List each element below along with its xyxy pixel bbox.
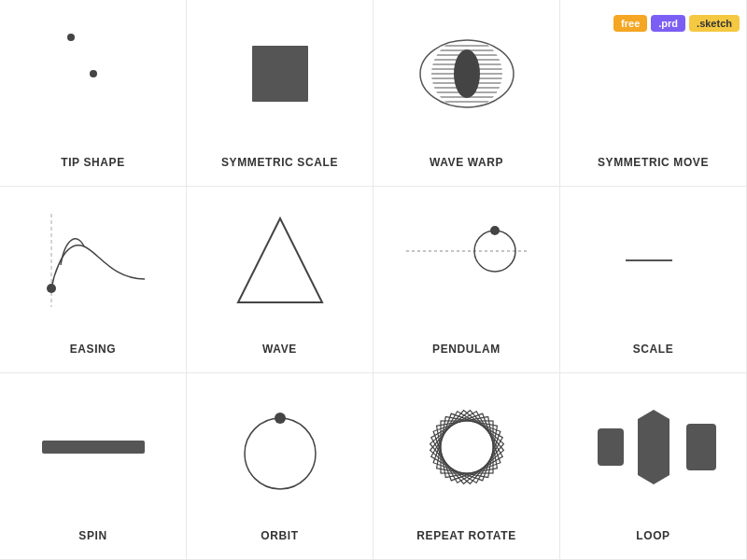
svg-rect-26 — [42, 441, 145, 454]
main-grid: TIP SHAPE SYMMETRIC SCALE — [0, 0, 747, 560]
spin-icon — [37, 433, 149, 461]
cell-easing[interactable]: EASING — [0, 187, 187, 373]
tip-shape-icon — [89, 69, 98, 78]
badge-sketch[interactable]: .sketch — [689, 15, 740, 32]
svg-rect-32 — [430, 411, 501, 482]
spin-label: SPIN — [78, 529, 106, 542]
badge-prd[interactable]: .prd — [651, 15, 685, 32]
svg-rect-38 — [598, 428, 624, 466]
cell-loop[interactable]: LOOP — [560, 373, 747, 560]
symmetric-move-icon — [626, 46, 682, 102]
repeat-rotate-icon-area — [374, 373, 559, 520]
svg-rect-36 — [433, 413, 500, 481]
cell-wave-warp[interactable]: WAVE WARP — [374, 0, 560, 187]
svg-marker-39 — [638, 410, 669, 484]
svg-point-24 — [490, 226, 500, 235]
svg-rect-31 — [433, 413, 500, 481]
symmetric-move-label: SYMMETRIC MOVE — [598, 156, 709, 169]
loop-icon-area — [560, 373, 746, 520]
spin-icon-area — [0, 373, 186, 520]
svg-rect-1 — [252, 46, 308, 102]
cell-orbit[interactable]: ORBIT — [187, 373, 374, 560]
easing-icon — [33, 209, 154, 312]
repeat-rotate-icon — [416, 396, 518, 498]
orbit-icon-area — [187, 373, 373, 520]
pendulam-icon — [402, 214, 532, 307]
symmetric-scale-label: SYMMETRIC SCALE — [221, 156, 338, 169]
tip-shape-label: TIP SHAPE — [61, 156, 125, 169]
easing-icon-area — [0, 187, 186, 333]
loop-icon — [593, 400, 714, 494]
cell-wave[interactable]: WAVE — [187, 187, 374, 373]
svg-rect-30 — [436, 416, 497, 477]
cell-repeat-rotate[interactable]: REPEAT ROTATE — [374, 373, 560, 560]
scale-icon-area — [560, 187, 746, 333]
scale-label: SCALE — [633, 343, 674, 356]
badge-free[interactable]: free — [613, 15, 647, 32]
orbit-icon — [233, 396, 327, 498]
badge-group: free .prd .sketch — [613, 15, 740, 32]
svg-rect-35 — [430, 411, 501, 482]
loop-label: LOOP — [636, 529, 669, 542]
svg-point-18 — [454, 49, 480, 98]
pendulam-label: PENDULAM — [432, 343, 500, 356]
wave-label: WAVE — [262, 343, 297, 356]
cell-tip-shape[interactable]: TIP SHAPE — [0, 0, 187, 187]
svg-point-20 — [47, 284, 56, 293]
pendulam-icon-area — [374, 187, 559, 333]
svg-rect-40 — [686, 424, 716, 470]
svg-point-28 — [275, 413, 286, 424]
wave-icon — [233, 209, 327, 312]
svg-rect-37 — [436, 416, 497, 477]
scale-icon — [626, 251, 682, 270]
easing-label: EASING — [70, 343, 117, 356]
cell-pendulam[interactable]: PENDULAM — [374, 187, 560, 373]
tip-shape-icon-area — [0, 0, 186, 147]
repeat-rotate-label: REPEAT ROTATE — [416, 529, 515, 542]
wave-warp-label: WAVE WARP — [430, 156, 503, 169]
cell-spin[interactable]: SPIN — [0, 373, 187, 560]
orbit-label: ORBIT — [261, 529, 298, 542]
svg-point-27 — [245, 418, 316, 489]
wave-warp-icon — [416, 36, 518, 111]
cell-scale[interactable]: SCALE — [560, 187, 747, 373]
svg-point-0 — [90, 70, 97, 77]
symmetric-scale-icon-area — [187, 0, 373, 147]
wave-warp-icon-area — [374, 0, 559, 147]
svg-marker-21 — [238, 218, 322, 302]
wave-icon-area — [187, 187, 373, 333]
cell-symmetric-scale[interactable]: SYMMETRIC SCALE — [187, 0, 374, 187]
symmetric-scale-icon — [243, 36, 317, 111]
